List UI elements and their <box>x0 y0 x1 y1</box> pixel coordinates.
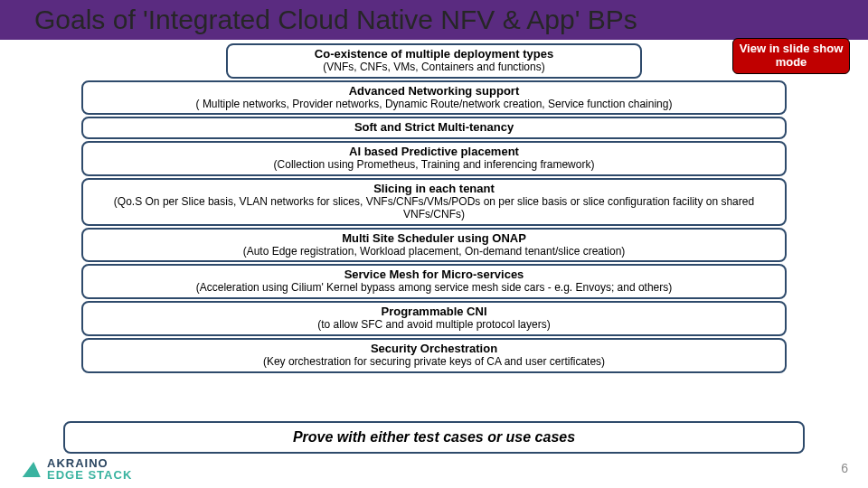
goal-title: AI based Predictive placement <box>90 145 778 159</box>
slide-root: Goals of 'Integrated Cloud Native NFV & … <box>0 0 868 488</box>
prove-text: Prove with either test cases or use case… <box>293 429 575 445</box>
footer-logo: AKRAINO EDGE STACK <box>24 457 132 481</box>
goal-item: Advanced Networking support( Multiple ne… <box>81 80 787 116</box>
goal-title: Soft and Strict Multi-tenancy <box>90 121 778 135</box>
goal-subtitle: (Auto Edge registration, Workload placem… <box>90 246 778 258</box>
goal-title: Slicing in each tenant <box>90 183 778 196</box>
goal-subtitle: (VNFs, CNFs, VMs, Containers and functio… <box>235 61 633 74</box>
goal-item: Soft and Strict Multi-tenancy <box>81 117 787 139</box>
goal-title: Advanced Networking support <box>90 85 778 99</box>
goal-title: Security Orchestration <box>90 343 778 356</box>
logo-line2: EDGE STACK <box>47 469 132 481</box>
goal-item: Service Mesh for Micro-services(Accelera… <box>81 264 787 299</box>
goal-subtitle: (to allow SFC and avoid multiple protoco… <box>90 319 778 332</box>
logo-icon <box>23 462 42 477</box>
goal-subtitle: (Acceleration using Cilium' Kernel bypas… <box>90 282 778 295</box>
goal-title: Co-existence of multiple deployment type… <box>235 48 633 61</box>
goal-title: Multi Site Scheduler using ONAP <box>90 232 778 246</box>
goal-item: Programmable CNI(to allow SFC and avoid … <box>81 301 787 336</box>
page-title: Goals of 'Integrated Cloud Native NFV & … <box>34 5 637 35</box>
goal-item: AI based Predictive placement(Collection… <box>81 141 787 176</box>
prove-box: Prove with either test cases or use case… <box>63 421 805 454</box>
page-number: 6 <box>841 461 848 475</box>
goal-subtitle: (Key orchestration for securing private … <box>90 356 778 369</box>
goal-title: Programmable CNI <box>90 305 778 319</box>
goal-subtitle: ( Multiple networks, Provider networks, … <box>90 99 778 111</box>
goal-item: Multi Site Scheduler using ONAP(Auto Edg… <box>81 228 787 263</box>
goals-list: Co-existence of multiple deployment type… <box>81 43 787 375</box>
goal-subtitle: (Qo.S On per Slice basis, VLAN networks … <box>90 196 778 221</box>
goal-item: Co-existence of multiple deployment type… <box>226 43 642 79</box>
goal-subtitle: (Collection using Prometheus, Training a… <box>90 159 778 172</box>
goal-title: Service Mesh for Micro-services <box>90 268 778 282</box>
goal-item: Security Orchestration(Key orchestration… <box>81 338 787 373</box>
goal-item: Slicing in each tenant(Qo.S On per Slice… <box>81 178 787 226</box>
